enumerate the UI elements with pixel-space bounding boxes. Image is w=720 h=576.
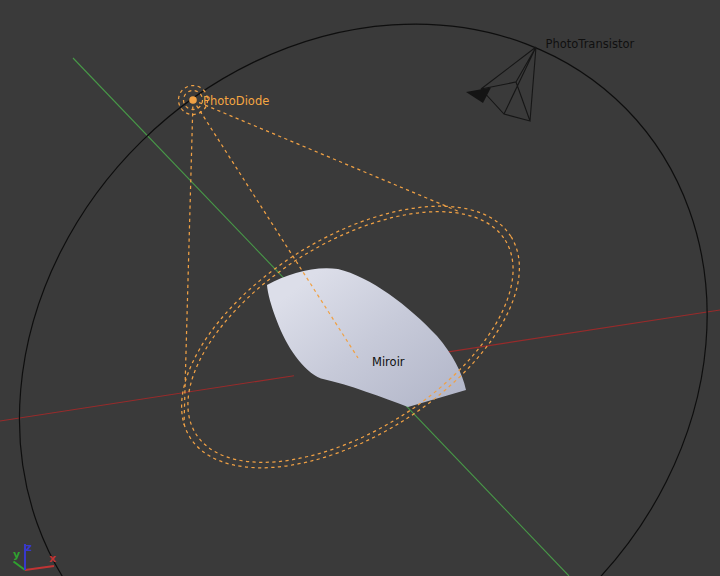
photodiode-label: PhotoDiode (203, 94, 269, 108)
mirror-label: Miroir (372, 355, 405, 369)
mini-y-axis-label: y (13, 548, 20, 561)
mini-z-axis-label: z (26, 541, 32, 554)
viewport-canvas[interactable]: Miroir PhotoDiode PhotoTransistor x y z (0, 0, 720, 576)
phototransistor-label: PhotoTransistor (546, 37, 635, 51)
lamp-center-dot-icon[interactable] (189, 96, 197, 104)
mini-x-axis-label: x (49, 552, 56, 565)
blender-3d-viewport[interactable]: Miroir PhotoDiode PhotoTransistor x y z (0, 0, 720, 576)
